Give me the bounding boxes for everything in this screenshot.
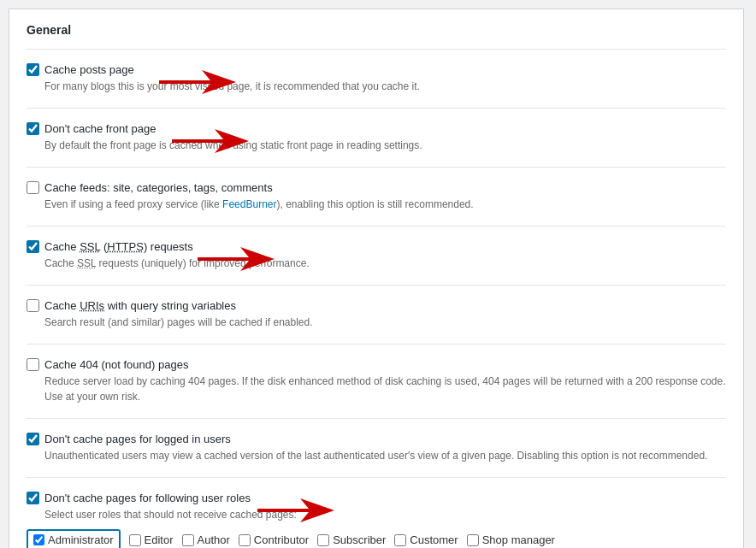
role-shop-manager: Shop manager xyxy=(467,533,555,546)
role-author-label: Author xyxy=(198,533,230,546)
role-subscriber-checkbox[interactable] xyxy=(317,534,329,546)
cache-404-text: Cache 404 (not found) pages xyxy=(44,358,188,371)
cache-feeds-checkbox[interactable] xyxy=(27,181,39,194)
dont-cache-front-label[interactable]: Don't cache front page xyxy=(27,122,726,135)
option-dont-cache-logged-in: Don't cache pages for logged in users Un… xyxy=(27,433,726,463)
role-customer-label: Customer xyxy=(410,533,458,546)
cache-feeds-desc: Even if using a feed proxy service (like… xyxy=(44,197,726,212)
cache-feeds-text: Cache feeds: site, categories, tags, com… xyxy=(44,181,273,194)
arrow-4 xyxy=(257,498,334,522)
cache-404-label[interactable]: Cache 404 (not found) pages xyxy=(27,358,726,371)
cache-ssl-desc: Cache SSL requests (uniquely) for improv… xyxy=(44,256,726,271)
dont-cache-front-text: Don't cache front page xyxy=(44,122,156,135)
ssl-abbr2: SSL xyxy=(77,257,96,269)
cache-ssl-label[interactable]: Cache SSL (HTTPS) requests xyxy=(27,240,726,253)
role-editor-label: Editor xyxy=(145,533,174,546)
dont-cache-roles-desc: Select user roles that should not receiv… xyxy=(44,507,726,522)
section-title: General xyxy=(27,23,726,37)
cache-ssl-text: Cache SSL (HTTPS) requests xyxy=(44,240,193,253)
dont-cache-roles-checkbox[interactable] xyxy=(27,492,39,504)
role-editor-checkbox[interactable] xyxy=(129,534,141,546)
uris-abbr: URIs xyxy=(80,299,104,312)
role-contributor-checkbox[interactable] xyxy=(239,534,251,546)
cache-404-checkbox[interactable] xyxy=(27,358,39,371)
settings-panel: General Cache posts page For many blogs … xyxy=(9,9,744,548)
role-shop-manager-label: Shop manager xyxy=(482,533,555,546)
role-customer-checkbox[interactable] xyxy=(394,534,406,546)
option-cache-404: Cache 404 (not found) pages Reduce serve… xyxy=(27,358,726,404)
https-abbr: HTTPS xyxy=(107,240,144,253)
role-administrator-label: Administrator xyxy=(48,533,114,546)
arrow-1 xyxy=(159,70,236,94)
option-dont-cache-roles: Don't cache pages for following user rol… xyxy=(27,492,726,548)
cache-uris-checkbox[interactable] xyxy=(27,299,39,312)
dont-cache-logged-in-checkbox[interactable] xyxy=(27,433,39,445)
cache-ssl-checkbox[interactable] xyxy=(27,240,39,253)
dont-cache-logged-in-label[interactable]: Don't cache pages for logged in users xyxy=(27,433,726,445)
role-subscriber-label: Subscriber xyxy=(333,533,386,546)
role-subscriber: Subscriber xyxy=(317,533,386,546)
role-shop-manager-checkbox[interactable] xyxy=(467,534,479,546)
dont-cache-roles-text: Don't cache pages for following user rol… xyxy=(44,492,251,504)
option-cache-uris: Cache URIs with query string variables S… xyxy=(27,299,726,330)
svg-marker-3 xyxy=(257,498,334,522)
dont-cache-roles-label[interactable]: Don't cache pages for following user rol… xyxy=(27,492,726,504)
user-roles-row: Administrator Editor Author Contributor … xyxy=(27,529,726,548)
svg-marker-2 xyxy=(198,247,275,271)
role-editor: Editor xyxy=(129,533,174,546)
option-dont-cache-front: Don't cache front page By default the fr… xyxy=(27,122,726,153)
option-cache-feeds: Cache feeds: site, categories, tags, com… xyxy=(27,181,726,212)
dont-cache-front-checkbox[interactable] xyxy=(27,122,39,135)
cache-posts-text: Cache posts page xyxy=(44,63,134,76)
role-administrator-box: Administrator xyxy=(27,529,121,548)
dont-cache-front-desc: By default the front page is cached when… xyxy=(44,138,726,153)
option-cache-ssl: Cache SSL (HTTPS) requests Cache SSL req… xyxy=(27,240,726,271)
role-administrator-checkbox[interactable] xyxy=(33,534,44,545)
role-contributor: Contributor xyxy=(239,533,309,546)
cache-posts-checkbox[interactable] xyxy=(27,63,39,76)
role-author-checkbox[interactable] xyxy=(182,534,194,546)
cache-404-desc: Reduce server load by caching 404 pages.… xyxy=(44,374,726,404)
dont-cache-logged-in-desc: Unauthenticated users may view a cached … xyxy=(44,448,726,463)
cache-uris-label[interactable]: Cache URIs with query string variables xyxy=(27,299,726,312)
svg-marker-1 xyxy=(172,129,249,153)
arrow-2 xyxy=(172,129,249,153)
role-author: Author xyxy=(182,533,230,546)
option-cache-posts: Cache posts page For many blogs this is … xyxy=(27,63,726,94)
dont-cache-logged-in-text: Don't cache pages for logged in users xyxy=(44,433,231,445)
cache-uris-desc: Search result (and similar) pages will b… xyxy=(44,315,726,330)
svg-marker-0 xyxy=(159,70,236,94)
ssl-abbr: SSL xyxy=(80,240,100,253)
role-customer: Customer xyxy=(394,533,458,546)
cache-uris-text: Cache URIs with query string variables xyxy=(44,299,236,312)
cache-posts-desc: For many blogs this is your most visited… xyxy=(44,79,641,94)
feedburner-link[interactable]: FeedBurner xyxy=(222,198,276,210)
arrow-3 xyxy=(198,247,275,271)
role-contributor-label: Contributor xyxy=(254,533,309,546)
cache-feeds-label[interactable]: Cache feeds: site, categories, tags, com… xyxy=(27,181,726,194)
cache-posts-label[interactable]: Cache posts page xyxy=(27,63,641,76)
